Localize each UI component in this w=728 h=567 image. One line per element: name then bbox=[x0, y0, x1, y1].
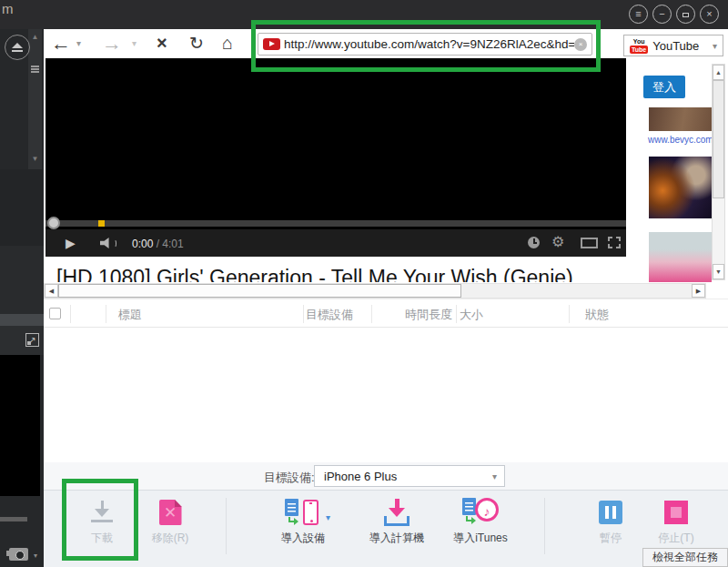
import-itunes-icon: ♪ bbox=[462, 498, 499, 527]
horizontal-scrollbar[interactable]: ◀ ▶ bbox=[44, 283, 706, 299]
expand-icon[interactable]: ↗ bbox=[25, 333, 39, 347]
remove-button[interactable]: ✕ 移除(R) bbox=[136, 498, 204, 546]
player-controls-bar: ▶ 0:00 / 4:01 ⚙ bbox=[46, 229, 626, 257]
task-table-body bbox=[44, 328, 728, 462]
related-video-thumbnail[interactable] bbox=[649, 107, 712, 131]
related-video-thumbnail[interactable] bbox=[649, 157, 712, 218]
watch-later-icon[interactable] bbox=[528, 237, 540, 248]
import-device-icon bbox=[285, 499, 321, 526]
task-table-header: 標題 目標設備 時間長度 大小 狀態 bbox=[44, 299, 728, 328]
camera-icon[interactable] bbox=[9, 548, 28, 561]
youtube-logo-icon: You Tube bbox=[630, 38, 648, 54]
seek-buffer-marker bbox=[98, 220, 105, 227]
target-device-label: 目標設備: bbox=[264, 470, 315, 486]
sidebar-divider bbox=[0, 314, 44, 326]
maximize-icon[interactable] bbox=[676, 5, 695, 24]
scroll-up-icon[interactable]: ▲ bbox=[28, 33, 42, 41]
sidebar-section bbox=[0, 169, 44, 246]
forward-history-chevron-icon[interactable]: ▾ bbox=[132, 38, 136, 48]
scroll-up-icon[interactable]: ▲ bbox=[713, 65, 724, 80]
scrollbar-thumb[interactable] bbox=[58, 284, 461, 298]
play-button[interactable]: ▶ bbox=[66, 236, 76, 250]
scroll-down-icon[interactable]: ▼ bbox=[28, 155, 42, 163]
import-to-itunes-button[interactable]: ♪ 導入iTunes bbox=[447, 498, 514, 546]
video-title: [HD 1080] Girls' Generation - Tell Me Yo… bbox=[56, 266, 573, 283]
back-history-chevron-icon[interactable]: ▾ bbox=[76, 38, 81, 48]
window-title-fragment: m bbox=[2, 1, 14, 16]
view-all-tasks-button[interactable]: 檢視全部任務 bbox=[642, 548, 728, 567]
stop-button[interactable]: 停止(T) bbox=[642, 498, 710, 546]
select-all-checkbox[interactable] bbox=[49, 308, 61, 319]
video-title-strip: [HD 1080] Girls' Generation - Tell Me Yo… bbox=[44, 257, 626, 283]
settings-gear-icon[interactable]: ⚙ bbox=[551, 233, 564, 250]
scrollbar-thumb[interactable] bbox=[713, 80, 724, 198]
menu-icon[interactable]: ≡ bbox=[629, 5, 648, 24]
seek-knob[interactable] bbox=[47, 217, 60, 229]
refresh-button[interactable]: ↻ bbox=[189, 33, 204, 54]
signin-button[interactable]: 登入 bbox=[643, 76, 685, 98]
time-display: 0:00 / 4:01 bbox=[132, 238, 184, 250]
url-text[interactable]: http://www.youtube.com/watch?v=9NZ26RlA2… bbox=[284, 37, 574, 51]
close-icon[interactable]: × bbox=[700, 5, 719, 24]
youtube-favicon bbox=[263, 38, 280, 50]
target-device-bar: 目標設備: iPhone 6 Plus ▾ bbox=[44, 462, 728, 490]
sidebar-preview-header: ↗ bbox=[0, 326, 44, 355]
scroll-right-icon[interactable]: ▶ bbox=[692, 284, 705, 298]
forward-button[interactable]: → bbox=[102, 32, 122, 56]
scroll-down-icon[interactable]: ▼ bbox=[713, 264, 724, 279]
stop-button[interactable]: × bbox=[157, 33, 167, 54]
video-preview-pane bbox=[0, 355, 40, 496]
remove-icon: ✕ bbox=[159, 500, 182, 525]
minimize-icon[interactable]: − bbox=[652, 5, 672, 24]
camera-chevron-icon[interactable]: ▾ bbox=[34, 552, 37, 560]
home-button[interactable]: ⌂ bbox=[222, 33, 233, 54]
import-device-chevron-icon[interactable]: ▾ bbox=[326, 512, 330, 522]
window-controls: ≡ − × bbox=[629, 5, 719, 24]
site-selector-dropdown[interactable]: You Tube YouTube ▾ bbox=[623, 35, 723, 56]
page-vertical-scrollbar[interactable]: ▲ ▼ bbox=[712, 64, 725, 280]
import-computer-icon bbox=[384, 499, 410, 526]
column-header-size[interactable]: 大小 bbox=[460, 307, 483, 323]
sidebar-scroll-strip[interactable]: ▲ ▼ bbox=[28, 29, 42, 169]
column-header-status[interactable]: 狀態 bbox=[585, 307, 609, 323]
column-header-title[interactable]: 標題 bbox=[118, 307, 142, 323]
app-window: m ≡ − × ▲ ▼ ↗ ▾ ← ▾ → ▾ bbox=[0, 0, 728, 567]
download-button[interactable]: 下載 bbox=[68, 498, 136, 546]
music-note-icon: ♪ bbox=[475, 498, 499, 521]
pause-icon bbox=[599, 501, 622, 524]
download-icon bbox=[91, 501, 113, 524]
left-sidebar: ▲ ▼ ↗ ▾ bbox=[0, 29, 44, 567]
column-header-duration[interactable]: 時間長度 bbox=[371, 307, 452, 323]
page-right-panel: 登入 www.bevyc.com ▲ ▼ bbox=[626, 58, 728, 282]
back-button[interactable]: ← bbox=[51, 32, 71, 56]
grip-icon[interactable] bbox=[31, 66, 39, 73]
target-device-dropdown[interactable]: iPhone 6 Plus ▾ bbox=[314, 465, 505, 487]
eject-button[interactable] bbox=[5, 35, 30, 60]
external-link[interactable]: www.bevyc.com bbox=[648, 135, 713, 145]
clear-url-icon[interactable]: × bbox=[574, 38, 587, 51]
browser-nav-toolbar: ← ▾ → ▾ × ↻ ⌂ http://www.youtube.com/wat… bbox=[44, 29, 728, 58]
window-titlebar: m ≡ − × bbox=[0, 0, 728, 29]
related-video-thumbnail[interactable] bbox=[649, 232, 712, 282]
scroll-left-icon[interactable]: ◀ bbox=[45, 284, 58, 298]
volume-icon[interactable] bbox=[100, 238, 116, 248]
site-selector-label: YouTube bbox=[652, 39, 713, 53]
column-header-device[interactable]: 目標設備 bbox=[306, 307, 353, 323]
sidebar-progress-bar bbox=[0, 517, 27, 521]
video-player[interactable]: ▶ 0:00 / 4:01 ⚙ bbox=[44, 58, 626, 257]
seek-bar[interactable] bbox=[46, 217, 626, 229]
sidebar-section bbox=[0, 246, 44, 314]
target-device-value: iPhone 6 Plus bbox=[315, 470, 492, 483]
fullscreen-icon[interactable] bbox=[608, 237, 621, 248]
theater-mode-icon[interactable] bbox=[581, 238, 598, 248]
import-to-computer-button[interactable]: 導入計算機 bbox=[363, 498, 430, 546]
pause-button[interactable]: 暫停 bbox=[577, 498, 644, 546]
chevron-down-icon[interactable]: ▾ bbox=[492, 471, 497, 481]
eject-icon bbox=[12, 43, 23, 48]
bottom-toolbar: 下載 ✕ 移除(R) 導入設備 ▾ 導入計算機 ♪ 導入iTunes bbox=[44, 490, 728, 567]
stop-icon bbox=[664, 501, 688, 524]
maximize-square-icon bbox=[682, 13, 689, 17]
chevron-down-icon[interactable]: ▾ bbox=[713, 41, 717, 51]
url-bar[interactable]: http://www.youtube.com/watch?v=9NZ26RlA2… bbox=[258, 33, 592, 56]
